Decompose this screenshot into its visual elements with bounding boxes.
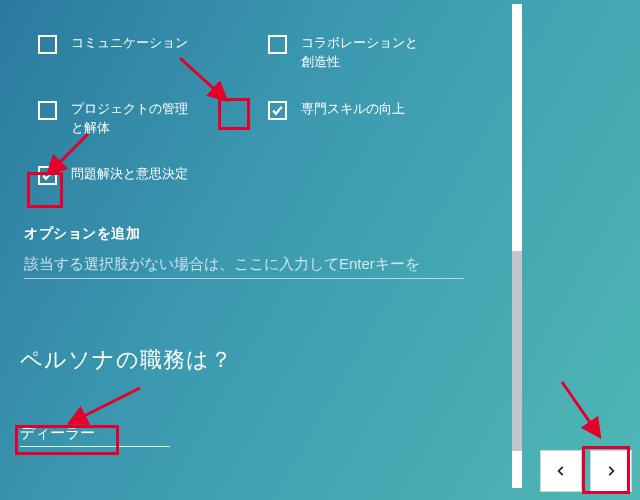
annotation-arrow-next — [552, 376, 622, 446]
option-problem-solving: 問題解決と意思決定 — [20, 151, 250, 199]
checkbox-communication[interactable] — [38, 35, 57, 54]
next-button[interactable] — [590, 450, 632, 492]
persona-role-question: ペルソナの職務は？ — [20, 345, 480, 375]
persona-role-input[interactable] — [20, 423, 170, 447]
svg-line-7 — [562, 382, 598, 434]
prev-button[interactable] — [540, 450, 582, 492]
chevron-right-icon — [604, 464, 618, 478]
checkbox-collaboration[interactable] — [268, 35, 287, 54]
scrollbar-thumb[interactable] — [512, 251, 522, 451]
option-project: プロジェクトの管理と解体 — [20, 86, 250, 152]
checkbox-problem-solving[interactable] — [38, 166, 57, 185]
checkbox-project[interactable] — [38, 101, 57, 120]
option-communication: コミュニケーション — [20, 20, 250, 86]
option-label: コミュニケーション — [57, 34, 188, 53]
option-label: コラボレーションと創造性 — [287, 34, 427, 72]
checkbox-expertise[interactable] — [268, 101, 287, 120]
add-option-section: オプションを追加 — [20, 225, 480, 279]
add-option-title: オプションを追加 — [24, 225, 480, 243]
options-group: コミュニケーション コラボレーションと創造性 プロジェクトの管理と解体 専門スキ… — [20, 20, 480, 199]
scrollbar-track[interactable] — [512, 4, 522, 488]
option-collaboration: コラボレーションと創造性 — [250, 20, 480, 86]
option-label: プロジェクトの管理と解体 — [57, 100, 197, 138]
option-label: 専門スキルの向上 — [287, 100, 405, 119]
chevron-left-icon — [554, 464, 568, 478]
nav-buttons — [540, 450, 632, 492]
option-label: 問題解決と意思決定 — [57, 165, 188, 184]
option-expertise: 専門スキルの向上 — [250, 86, 480, 152]
add-option-input[interactable] — [24, 251, 464, 279]
